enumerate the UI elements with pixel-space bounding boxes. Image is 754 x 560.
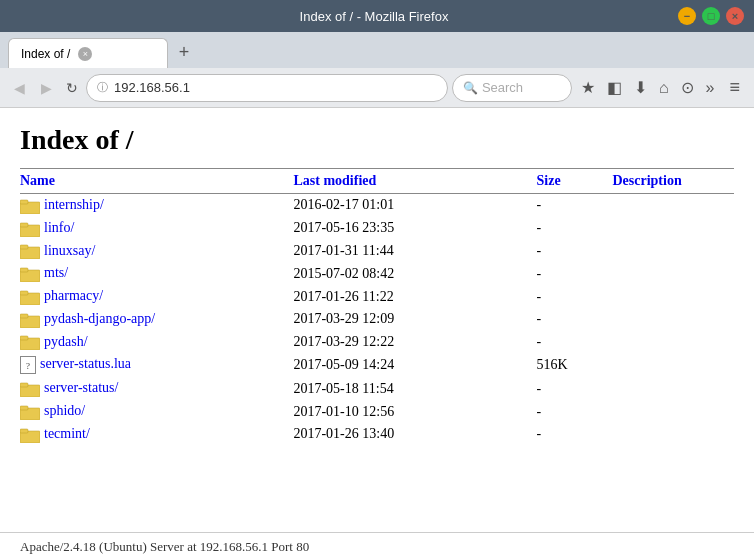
search-placeholder: Search xyxy=(482,80,523,95)
bookmark-icon[interactable]: ★ xyxy=(576,74,600,101)
col-header-description-link[interactable]: Description xyxy=(612,173,681,188)
file-link[interactable]: mts/ xyxy=(44,265,68,280)
file-name-cell: pharmacy/ xyxy=(20,285,293,308)
file-name-cell: sphido/ xyxy=(20,400,293,423)
file-link[interactable]: pydash/ xyxy=(44,334,88,349)
table-row: pharmacy/2017-01-26 11:22- xyxy=(20,285,734,308)
search-icon: 🔍 xyxy=(463,81,478,95)
file-link[interactable]: linfo/ xyxy=(44,220,74,235)
table-row: sphido/2017-01-10 12:56- xyxy=(20,400,734,423)
close-button[interactable]: × xyxy=(726,7,744,25)
sync-icon[interactable]: ⊙ xyxy=(676,74,699,101)
folder-icon xyxy=(20,381,40,397)
folder-icon xyxy=(20,198,40,214)
maximize-button[interactable]: □ xyxy=(702,7,720,25)
svg-rect-5 xyxy=(20,245,28,249)
table-row: mts/2015-07-02 08:42- xyxy=(20,262,734,285)
table-row: pydash/2017-03-29 12:22- xyxy=(20,331,734,354)
file-table: Name Last modified Size Description int xyxy=(20,168,734,447)
file-modified-cell: 2017-01-31 11:44 xyxy=(293,240,536,263)
server-info: Apache/2.4.18 (Ubuntu) Server at 192.168… xyxy=(20,539,309,554)
table-row: pydash-django-app/2017-03-29 12:09- xyxy=(20,308,734,331)
file-desc-cell xyxy=(612,423,734,447)
file-name-cell: pydash/ xyxy=(20,331,293,354)
table-row: ?server-status.lua2017-05-09 14:24516K xyxy=(20,353,734,377)
file-link[interactable]: sphido/ xyxy=(44,403,85,418)
file-modified-cell: 2016-02-17 01:01 xyxy=(293,194,536,217)
svg-rect-13 xyxy=(20,336,28,340)
table-row: server-status/2017-05-18 11:54- xyxy=(20,377,734,400)
search-bar[interactable]: 🔍 Search xyxy=(452,74,572,102)
pocket-icon[interactable]: ◧ xyxy=(602,74,627,101)
col-header-modified: Last modified xyxy=(293,169,536,194)
file-link[interactable]: server-status/ xyxy=(44,380,118,395)
file-link[interactable]: pharmacy/ xyxy=(44,288,103,303)
download-icon[interactable]: ⬇ xyxy=(629,74,652,101)
more-icon[interactable]: » xyxy=(701,74,720,101)
col-header-name-link[interactable]: Name xyxy=(20,173,55,188)
file-link[interactable]: linuxsay/ xyxy=(44,243,95,258)
file-size-cell: - xyxy=(537,377,613,400)
file-modified-cell: 2017-01-26 11:22 xyxy=(293,285,536,308)
titlebar: Index of / - Mozilla Firefox − □ × xyxy=(0,0,754,32)
file-link[interactable]: server-status.lua xyxy=(40,357,131,372)
tab-close-button[interactable]: × xyxy=(78,47,92,61)
new-tab-button[interactable]: + xyxy=(172,40,196,64)
file-link[interactable]: pydash-django-app/ xyxy=(44,311,155,326)
file-modified-cell: 2017-05-09 14:24 xyxy=(293,353,536,377)
table-row: tecmint/2017-01-26 13:40- xyxy=(20,423,734,447)
active-tab[interactable]: Index of / × xyxy=(8,38,168,68)
minimize-button[interactable]: − xyxy=(678,7,696,25)
file-name-cell: ?server-status.lua xyxy=(20,353,293,377)
page-footer: Apache/2.4.18 (Ubuntu) Server at 192.168… xyxy=(0,532,754,560)
file-name-cell: server-status/ xyxy=(20,377,293,400)
file-desc-cell xyxy=(612,285,734,308)
svg-rect-7 xyxy=(20,268,28,272)
col-header-modified-link[interactable]: Last modified xyxy=(293,173,376,188)
table-row: linuxsay/2017-01-31 11:44- xyxy=(20,240,734,263)
file-desc-cell xyxy=(612,377,734,400)
home-icon[interactable]: ⌂ xyxy=(654,74,674,101)
file-size-cell: - xyxy=(537,423,613,447)
address-text: 192.168.56.1 xyxy=(114,80,437,95)
file-desc-cell xyxy=(612,400,734,423)
file-modified-cell: 2017-03-29 12:22 xyxy=(293,331,536,354)
file-modified-cell: 2017-03-29 12:09 xyxy=(293,308,536,331)
svg-rect-1 xyxy=(20,200,28,204)
file-modified-cell: 2017-05-16 23:35 xyxy=(293,217,536,240)
address-bar[interactable]: ⓘ 192.168.56.1 xyxy=(86,74,448,102)
forward-button[interactable]: ▶ xyxy=(35,76,58,100)
navbar: ◀ ▶ ↻ ⓘ 192.168.56.1 🔍 Search ★ ◧ ⬇ ⌂ ⊙ … xyxy=(0,68,754,108)
col-header-description: Description xyxy=(612,169,734,194)
file-size-cell: - xyxy=(537,262,613,285)
file-desc-cell xyxy=(612,194,734,217)
folder-icon xyxy=(20,289,40,305)
file-desc-cell xyxy=(612,240,734,263)
file-icon: ? xyxy=(20,356,36,374)
page-title: Index of / xyxy=(20,124,734,156)
file-name-cell: pydash-django-app/ xyxy=(20,308,293,331)
col-header-size-link[interactable]: Size xyxy=(537,173,561,188)
file-desc-cell xyxy=(612,331,734,354)
folder-icon xyxy=(20,427,40,443)
refresh-button[interactable]: ↻ xyxy=(62,76,82,100)
svg-rect-11 xyxy=(20,314,28,318)
file-size-cell: - xyxy=(537,240,613,263)
menu-button[interactable]: ≡ xyxy=(723,73,746,102)
svg-rect-19 xyxy=(20,429,28,433)
tab-label: Index of / xyxy=(21,47,70,61)
file-link[interactable]: tecmint/ xyxy=(44,426,90,441)
folder-icon xyxy=(20,404,40,420)
folder-icon xyxy=(20,221,40,237)
file-size-cell: - xyxy=(537,285,613,308)
file-name-cell: linfo/ xyxy=(20,217,293,240)
file-link[interactable]: internship/ xyxy=(44,197,104,212)
file-size-cell: - xyxy=(537,308,613,331)
back-button[interactable]: ◀ xyxy=(8,76,31,100)
file-name-cell: mts/ xyxy=(20,262,293,285)
file-desc-cell xyxy=(612,308,734,331)
svg-rect-3 xyxy=(20,223,28,227)
page-content: Index of / Name Last modified Size Descr… xyxy=(0,108,754,532)
file-modified-cell: 2017-01-26 13:40 xyxy=(293,423,536,447)
file-desc-cell xyxy=(612,353,734,377)
